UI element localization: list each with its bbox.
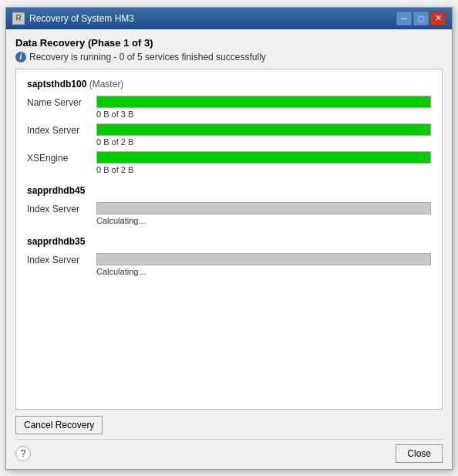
window-title: Recovery of System HM3 xyxy=(29,13,134,24)
service-row-0-0: Name Server0 B of 3 B xyxy=(27,96,431,119)
host-title-2: sapprdhdb35 xyxy=(27,236,431,247)
progress-text-2-0: Calculating... xyxy=(96,267,431,276)
window-content: Data Recovery (Phase 1 of 3) i Recovery … xyxy=(6,29,452,469)
progress-bar-bg-0-0 xyxy=(96,96,431,108)
help-button[interactable]: ? xyxy=(15,446,31,461)
window-close-button[interactable]: ✕ xyxy=(430,12,446,25)
progress-bar-bg-2-0 xyxy=(96,253,431,265)
service-label-0-2: XSEngine xyxy=(27,151,96,164)
progress-text-1-0: Calculating... xyxy=(96,216,431,225)
progress-container-0-0: 0 B of 3 B xyxy=(96,96,431,119)
progress-container-1-0: Calculating... xyxy=(96,202,431,225)
host-section-0: saptsthdb100 (Master)Name Server0 B of 3… xyxy=(27,79,431,174)
main-panel: saptsthdb100 (Master)Name Server0 B of 3… xyxy=(15,69,443,410)
cancel-recovery-button[interactable]: Cancel Recovery xyxy=(15,416,103,434)
maximize-button[interactable]: □ xyxy=(413,12,429,25)
status-line: i Recovery is running - 0 of 5 services … xyxy=(15,52,443,62)
phase-title: Data Recovery (Phase 1 of 3) xyxy=(15,37,443,49)
service-label-2-0: Index Server xyxy=(27,253,96,265)
host-section-2: sapprdhdb35Index ServerCalculating... xyxy=(27,236,431,276)
progress-bar-fill-0-0 xyxy=(97,96,430,107)
progress-container-0-2: 0 B of 2 B xyxy=(96,151,431,174)
main-window: R Recovery of System HM3 ─ □ ✕ Data Reco… xyxy=(5,7,453,470)
service-label-0-0: Name Server xyxy=(27,96,96,108)
service-row-2-0: Index ServerCalculating... xyxy=(27,253,431,276)
footer: ? Close xyxy=(15,439,443,463)
progress-text-0-2: 0 B of 2 B xyxy=(96,165,431,174)
service-row-0-1: Index Server0 B of 2 B xyxy=(27,123,431,147)
progress-bar-fill-1-0 xyxy=(97,203,430,214)
host-title-0: saptsthdb100 (Master) xyxy=(27,79,431,89)
header-section: Data Recovery (Phase 1 of 3) i Recovery … xyxy=(15,37,443,62)
info-icon: i xyxy=(15,52,26,62)
service-row-1-0: Index ServerCalculating... xyxy=(27,202,431,225)
progress-text-0-1: 0 B of 2 B xyxy=(96,137,431,147)
service-label-1-0: Index Server xyxy=(27,202,96,214)
host-section-1: sapprdhdb45Index ServerCalculating... xyxy=(27,185,431,225)
service-label-0-1: Index Server xyxy=(27,123,96,136)
progress-bar-bg-1-0 xyxy=(96,202,431,214)
bottom-buttons: Cancel Recovery xyxy=(15,416,443,434)
status-text: Recovery is running - 0 of 5 services fi… xyxy=(29,52,266,62)
progress-container-2-0: Calculating... xyxy=(96,253,431,276)
minimize-button[interactable]: ─ xyxy=(396,12,412,25)
progress-bar-bg-0-2 xyxy=(96,151,431,164)
progress-bar-bg-0-1 xyxy=(96,123,431,136)
window-icon: R xyxy=(12,12,25,25)
progress-container-0-1: 0 B of 2 B xyxy=(96,123,431,147)
close-button[interactable]: Close xyxy=(396,444,443,463)
progress-bar-fill-2-0 xyxy=(97,254,430,265)
progress-text-0-0: 0 B of 3 B xyxy=(96,110,431,119)
progress-bar-fill-0-2 xyxy=(97,152,430,163)
progress-bar-fill-0-1 xyxy=(97,124,430,135)
title-bar-left: R Recovery of System HM3 xyxy=(12,12,134,25)
host-title-1: sapprdhdb45 xyxy=(27,185,431,196)
service-row-0-2: XSEngine0 B of 2 B xyxy=(27,151,431,174)
title-bar-controls: ─ □ ✕ xyxy=(396,12,446,25)
title-bar: R Recovery of System HM3 ─ □ ✕ xyxy=(6,8,452,29)
